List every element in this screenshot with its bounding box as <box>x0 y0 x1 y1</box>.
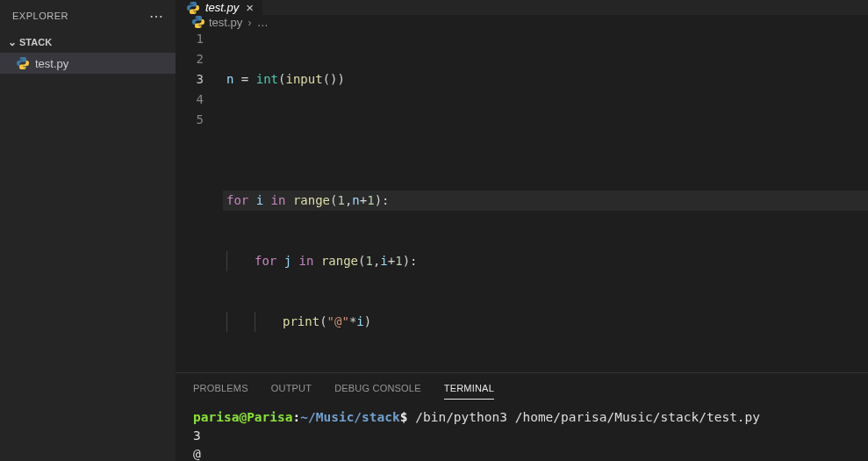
terminal-line: 3 <box>193 427 850 445</box>
line-number: 1 <box>176 29 204 49</box>
explorer-title: EXPLORER <box>12 11 68 21</box>
tab-debug-console[interactable]: DEBUG CONSOLE <box>334 378 421 399</box>
terminal-line: @ <box>193 445 850 461</box>
tab-output[interactable]: OUTPUT <box>271 378 312 399</box>
panel-tabs: PROBLEMS OUTPUT DEBUG CONSOLE TERMINAL <box>176 373 868 403</box>
tab-test-py[interactable]: test.py × <box>176 0 263 15</box>
code-line: for j in range(1,i+1): <box>223 251 868 271</box>
terminal[interactable]: parisa@Parisa:~/Music/stack$ /bin/python… <box>176 403 868 461</box>
code-line <box>223 130 868 150</box>
code-line: for i in range(1,n+1): <box>223 191 868 211</box>
breadcrumb-file: test.py <box>209 16 242 29</box>
breadcrumb-more: … <box>257 16 269 29</box>
explorer-more-icon[interactable]: ⋯ <box>149 8 164 25</box>
code-line: print("@"*i) <box>223 312 868 332</box>
python-file-icon <box>191 15 205 29</box>
editor-tabs: test.py × <box>176 0 868 15</box>
bottom-panel: PROBLEMS OUTPUT DEBUG CONSOLE TERMINAL p… <box>176 372 868 461</box>
line-number: 2 <box>176 49 204 69</box>
sidebar-section-label: STACK <box>19 37 52 47</box>
python-file-icon <box>186 1 200 15</box>
line-number: 5 <box>176 110 204 130</box>
sidebar-file-test-py[interactable]: test.py <box>0 53 176 74</box>
line-number: 4 <box>176 90 204 110</box>
tab-problems[interactable]: PROBLEMS <box>193 378 248 399</box>
chevron-down-icon: ⌄ <box>5 36 19 48</box>
tab-label: test.py <box>205 1 239 14</box>
explorer-sidebar: EXPLORER ⋯ ⌄ STACK test.py <box>0 0 176 461</box>
close-icon[interactable]: × <box>246 0 254 15</box>
line-gutter: 1 2 3 4 5 <box>176 29 223 372</box>
breadcrumb[interactable]: test.py › … <box>176 15 868 29</box>
code-line: n = int(input()) <box>223 69 868 90</box>
tab-terminal[interactable]: TERMINAL <box>444 378 494 400</box>
terminal-line: parisa@Parisa:~/Music/stack$ /bin/python… <box>193 408 850 427</box>
chevron-right-icon: › <box>247 16 251 29</box>
sidebar-section-stack[interactable]: ⌄ STACK <box>0 32 176 53</box>
sidebar-file-label: test.py <box>35 57 68 70</box>
python-file-icon <box>16 56 30 70</box>
code-area[interactable]: n = int(input()) for i in range(1,n+1): … <box>223 29 868 372</box>
line-number: 3 <box>176 69 204 90</box>
code-editor[interactable]: 1 2 3 4 5 n = int(input()) for i in rang… <box>176 29 868 372</box>
